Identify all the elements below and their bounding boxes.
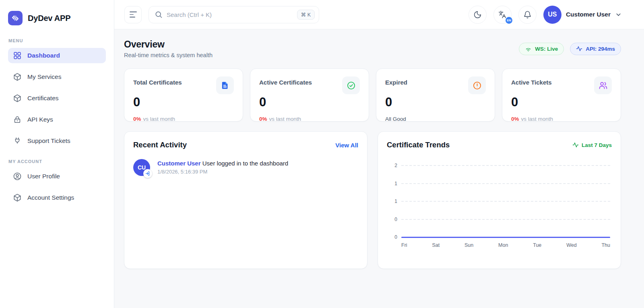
avatar: US (543, 6, 561, 24)
sidebar-item-label: Certificates (27, 95, 59, 102)
api-latency-badge: API: 294ms (570, 43, 621, 55)
theme-toggle-button[interactable] (469, 6, 487, 24)
hamburger-icon (130, 11, 137, 12)
activity-user: Customer User (157, 160, 201, 167)
recent-activity-title: Recent Activity (133, 141, 187, 149)
stat-card-active-tickets: Active Tickets 0 0%vs last month (502, 68, 621, 122)
search-box: ⌘ K (149, 6, 319, 23)
package-icon (13, 193, 22, 202)
bell-icon (523, 10, 532, 19)
gridline: 1 (387, 181, 610, 186)
page-header: Overview Real-time metrics & system heal… (124, 39, 621, 58)
user-circle-icon (13, 172, 22, 181)
trends-title: Certificate Trends (387, 141, 450, 149)
file-text-icon (216, 76, 234, 94)
translate-icon (498, 10, 506, 19)
page-title: Overview (124, 39, 213, 50)
moon-icon (473, 10, 482, 19)
y-tick-label: 1 (387, 181, 397, 186)
check-circle-icon (342, 76, 360, 94)
stat-footnote: 0%vs last month (133, 116, 234, 122)
user-name: Customer User (566, 11, 611, 18)
sidebar-item-label: Support Tickets (27, 137, 70, 145)
stat-footnote: 0%vs last month (511, 116, 612, 122)
sidebar-item-label: My Services (27, 73, 61, 81)
gridline: 2 (387, 163, 610, 168)
line-chart: 2 1 1 0 0 Fri S (387, 165, 612, 248)
language-badge: EN (506, 17, 512, 24)
lock-icon (13, 115, 22, 124)
y-tick-label: 0 (387, 217, 397, 222)
language-button[interactable]: EN (493, 6, 512, 24)
package-icon (13, 94, 22, 103)
stat-value: 0 (259, 95, 360, 110)
activity-pulse-icon (572, 142, 579, 148)
stats-row: Total Certificates 0 0%vs last month Act… (124, 68, 621, 122)
sidebar-item-account-settings[interactable]: Account Settings (8, 190, 106, 205)
stat-footnote: 0%vs last month (259, 116, 360, 122)
y-tick-label: 1 (387, 198, 397, 204)
activity-list-item: CU Customer User User logged in to the d… (133, 159, 358, 177)
search-shortcut-chip: ⌘ K (297, 10, 315, 20)
sidebar-item-my-services[interactable]: My Services (8, 69, 106, 85)
users-icon (594, 76, 612, 94)
x-tick-label: Tue (533, 242, 541, 248)
search-icon (155, 10, 163, 19)
x-tick-label: Mon (498, 242, 508, 248)
main-content: Overview Real-time metrics & system heal… (114, 29, 644, 308)
wifi-icon (525, 45, 532, 52)
x-tick-label: Sat (432, 242, 440, 248)
stat-value: 0 (133, 95, 234, 110)
y-tick-label: 0 (387, 234, 397, 240)
app-name: DyDev APP (28, 14, 70, 23)
gridline: 0 (387, 217, 610, 222)
sidebar-toggle-button[interactable] (124, 6, 142, 23)
x-tick-label: Thu (601, 242, 610, 248)
activity-message: Customer User User logged in to the dash… (157, 159, 288, 167)
sidebar-item-api-keys[interactable]: API Keys (8, 112, 106, 127)
recent-activity-card: Recent Activity View All CU Customer Use… (124, 131, 367, 269)
sidebar-section-my-account: MY ACCOUNT (8, 159, 114, 164)
grid-icon (13, 51, 22, 60)
user-menu[interactable]: US Customer User (543, 6, 622, 24)
notifications-button[interactable] (518, 6, 537, 24)
view-all-link[interactable]: View All (335, 142, 358, 149)
x-tick-label: Sun (464, 242, 473, 248)
y-tick-label: 2 (387, 163, 397, 168)
package-icon (13, 72, 22, 81)
stat-footnote: All Good (385, 116, 486, 122)
search-input[interactable] (167, 11, 293, 18)
stat-card-expired: Expired 0 All Good (376, 68, 495, 122)
gridline: 1 (387, 198, 610, 204)
page-subtitle: Real-time metrics & system health (124, 52, 213, 58)
stat-value: 0 (511, 95, 612, 110)
sidebar-item-user-profile[interactable]: User Profile (8, 169, 106, 184)
alert-circle-icon (468, 76, 486, 94)
trends-period: Last 7 Days (572, 142, 612, 148)
stat-card-active-certificates: Active Certificates 0 0%vs last month (250, 68, 369, 122)
sidebar-item-certificates[interactable]: Certificates (8, 91, 106, 106)
stat-card-total-certificates: Total Certificates 0 0%vs last month (124, 68, 243, 122)
login-icon (143, 169, 152, 178)
data-series-line: 0 (387, 234, 610, 240)
pulse-icon (576, 45, 582, 52)
stat-value: 0 (385, 95, 486, 110)
sidebar-item-dashboard[interactable]: Dashboard (8, 48, 106, 63)
certificate-trends-card: Certificate Trends Last 7 Days 2 (378, 131, 621, 269)
sidebar-item-label: Dashboard (27, 52, 60, 59)
plug-icon (13, 136, 22, 145)
x-tick-label: Wed (566, 242, 576, 248)
x-tick-label: Fri (401, 242, 407, 248)
sidebar-section-menu: MENU (8, 38, 114, 43)
app-logo: DyDev APP (0, 0, 114, 33)
sidebar: DyDev APP MENU Dashboard My Services (0, 0, 114, 308)
x-axis-labels: Fri Sat Sun Mon Tue Wed Thu (401, 242, 610, 248)
chevron-down-icon (615, 11, 622, 18)
sidebar-item-support-tickets[interactable]: Support Tickets (8, 133, 106, 149)
activity-timestamp: 1/8/2026, 5:16:39 PM (157, 169, 288, 175)
sidebar-item-label: API Keys (27, 116, 53, 123)
logo-chevrons-icon (8, 11, 23, 25)
ws-status-badge: WS: Live (519, 43, 564, 55)
sidebar-item-label: Account Settings (27, 194, 74, 201)
sidebar-item-label: User Profile (27, 173, 60, 180)
